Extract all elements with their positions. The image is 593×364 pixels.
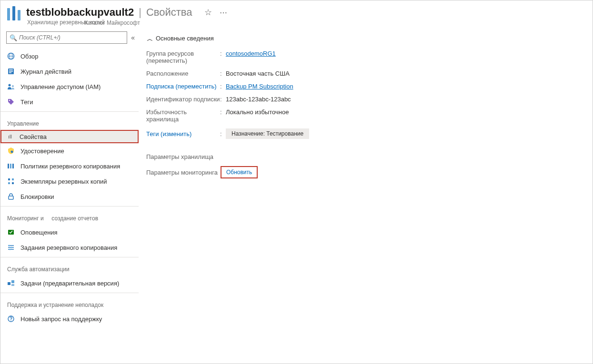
sidebar-search[interactable]: 🔍 bbox=[6, 31, 127, 44]
svg-rect-20 bbox=[12, 182, 14, 184]
lock-icon bbox=[7, 193, 15, 200]
sidebar-item-locks[interactable]: Блокировки bbox=[0, 189, 139, 204]
sidebar-item-label: Журнал действий bbox=[20, 68, 71, 75]
sidebar-section-automation: Служба автоматизации bbox=[0, 259, 139, 275]
chevron-up-icon[interactable]: 〈 bbox=[145, 36, 153, 41]
sidebar-item-label: Управление доступом (IAM) bbox=[20, 83, 101, 90]
collapse-sidebar-icon[interactable]: « bbox=[131, 34, 135, 41]
resource-icon bbox=[6, 6, 21, 22]
main-content: 〈 Основные сведения .chev{display:inline… bbox=[139, 28, 593, 362]
svg-point-33 bbox=[10, 320, 11, 321]
search-input[interactable] bbox=[19, 34, 124, 41]
sidebar-item-label: Удостоверение bbox=[20, 148, 64, 155]
value-location: Восточная часть США bbox=[226, 70, 290, 77]
label-location: Расположение bbox=[146, 70, 220, 77]
identity-icon bbox=[7, 147, 15, 155]
sidebar-item-label: Обзор bbox=[20, 53, 39, 60]
search-icon: 🔍 bbox=[10, 34, 17, 41]
resource-name: testblobbackupvault2 bbox=[26, 6, 134, 19]
sidebar-item-tags[interactable]: Теги bbox=[0, 94, 139, 109]
tag-chip[interactable]: Назначение: Тестирование bbox=[226, 128, 309, 139]
value-subscription[interactable]: Backup PM Subscription bbox=[226, 83, 293, 90]
support-icon bbox=[7, 315, 15, 323]
svg-rect-0 bbox=[7, 8, 10, 20]
jobs-icon bbox=[7, 244, 15, 251]
vault-settings-heading: Параметры хранилища bbox=[146, 153, 585, 160]
sidebar-item-tasks[interactable]: Задачи (предварительная версия) bbox=[0, 275, 139, 291]
sidebar-item-label: Блокировки bbox=[20, 193, 54, 200]
svg-point-13 bbox=[11, 151, 13, 153]
sidebar-item-new-support-request[interactable]: Новый запрос на поддержку bbox=[0, 311, 139, 326]
policies-icon bbox=[7, 162, 15, 170]
svg-rect-29 bbox=[8, 282, 10, 285]
svg-point-10 bbox=[9, 84, 11, 87]
sidebar-item-label: Оповещения bbox=[20, 229, 58, 236]
sidebar-item-backup-jobs[interactable]: Задания резервного копирования bbox=[0, 240, 139, 255]
sidebar-item-label: Задачи (предварительная версия) bbox=[20, 280, 119, 287]
svg-rect-16 bbox=[12, 164, 14, 168]
svg-point-27 bbox=[11, 247, 12, 248]
svg-rect-8 bbox=[9, 71, 13, 72]
svg-point-26 bbox=[9, 245, 10, 246]
value-storage-redundancy: Локально избыточное bbox=[226, 108, 289, 116]
value-subscription-id: 123abc-123abc-123abc bbox=[226, 96, 291, 103]
sidebar-item-label: Задания резервного копирования bbox=[20, 244, 117, 251]
svg-rect-18 bbox=[12, 178, 14, 180]
svg-rect-1 bbox=[12, 6, 15, 20]
sidebar-section-manage: Управление bbox=[0, 114, 139, 130]
title-separator: | bbox=[139, 6, 141, 19]
label-subscription[interactable]: Подписка (переместить) bbox=[146, 83, 220, 90]
sidebar-item-label: Теги bbox=[20, 98, 33, 106]
svg-rect-30 bbox=[11, 280, 14, 283]
more-menu-icon[interactable]: ⋯ bbox=[220, 8, 227, 17]
svg-rect-9 bbox=[9, 72, 11, 73]
sidebar: 🔍 « Обзор Журнал действий Управление дос… bbox=[0, 28, 139, 362]
essentials-header[interactable]: 〈 Основные сведения bbox=[146, 31, 585, 47]
label-resource-group[interactable]: Группа ресурсов (переместить) bbox=[146, 50, 220, 64]
instances-icon bbox=[7, 177, 15, 185]
value-resource-group[interactable]: contosodemoRG1 bbox=[226, 50, 276, 57]
essentials-title: Основные сведения bbox=[156, 35, 214, 42]
svg-rect-21 bbox=[9, 196, 13, 199]
sidebar-item-label: Новый запрос на поддержку bbox=[20, 315, 102, 323]
sidebar-item-properties[interactable]: ıll Свойства bbox=[0, 130, 139, 143]
alerts-icon bbox=[7, 228, 15, 236]
label-tags[interactable]: Теги (изменить) bbox=[146, 130, 220, 138]
sidebar-item-activity-log[interactable]: Журнал действий bbox=[0, 64, 139, 79]
tasks-icon bbox=[7, 279, 15, 287]
label-subscription-id: Идентификатор подписки bbox=[146, 96, 220, 103]
svg-rect-19 bbox=[8, 182, 10, 184]
sidebar-item-label: Экземпляры резервных копий bbox=[20, 178, 107, 185]
svg-point-11 bbox=[12, 85, 14, 87]
svg-rect-2 bbox=[18, 10, 20, 20]
svg-rect-15 bbox=[10, 164, 11, 168]
tag-icon bbox=[7, 98, 15, 106]
update-button[interactable]: Обновить bbox=[221, 166, 258, 178]
iam-icon bbox=[7, 83, 15, 90]
log-icon bbox=[7, 68, 15, 75]
sidebar-section-monitoring: Мониторинг и создание отчетов bbox=[0, 208, 139, 225]
page-title: Свойства bbox=[146, 6, 192, 19]
svg-rect-31 bbox=[11, 284, 14, 286]
sidebar-item-backup-policies[interactable]: Политики резервного копирования bbox=[0, 158, 139, 174]
sidebar-item-label: Свойства bbox=[20, 133, 47, 140]
sidebar-section-support: Поддержка и устранение неполадок bbox=[0, 295, 139, 311]
sidebar-item-identity[interactable]: Удостоверение bbox=[0, 143, 139, 158]
globe-icon bbox=[7, 52, 15, 60]
svg-rect-14 bbox=[8, 164, 9, 168]
svg-rect-7 bbox=[9, 69, 13, 70]
svg-rect-17 bbox=[8, 178, 10, 180]
label-storage-redundancy: Избыточность хранилища bbox=[146, 108, 220, 123]
favorite-star-icon[interactable]: ☆ bbox=[204, 7, 212, 18]
properties-icon: ıll bbox=[6, 133, 14, 140]
sidebar-item-alerts[interactable]: Оповещения bbox=[0, 225, 139, 240]
sidebar-item-backup-instances[interactable]: Экземпляры резервных копий bbox=[0, 174, 139, 189]
subtitle-directory: Каталог Майкрософт bbox=[84, 20, 140, 26]
svg-point-28 bbox=[10, 249, 11, 250]
monitoring-settings-label: Параметры мониторинга bbox=[146, 169, 218, 176]
sidebar-item-iam[interactable]: Управление доступом (IAM) bbox=[0, 79, 139, 94]
svg-point-12 bbox=[9, 100, 10, 101]
sidebar-item-label: Политики резервного копирования bbox=[20, 163, 120, 170]
sidebar-item-overview[interactable]: Обзор bbox=[0, 49, 139, 64]
